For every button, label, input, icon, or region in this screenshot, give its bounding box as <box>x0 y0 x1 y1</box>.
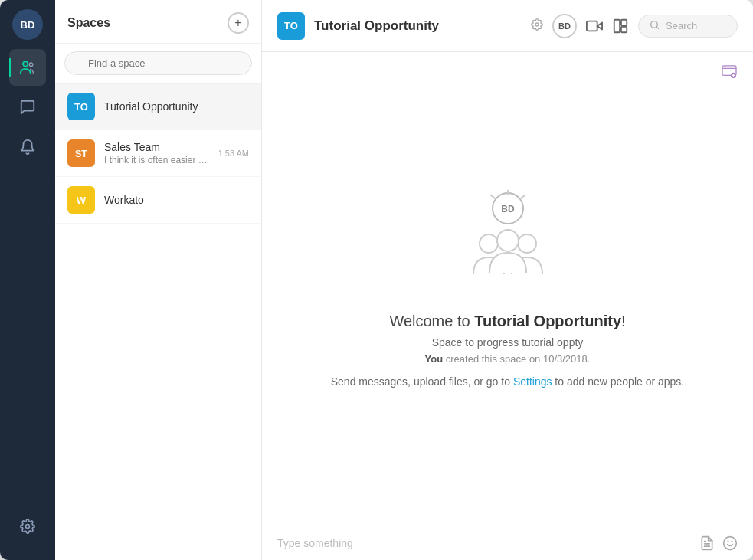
welcome-title: Welcome to Tutorial Opportunity! <box>331 313 685 330</box>
nav-item-notifications[interactable] <box>9 129 46 165</box>
welcome-created: You created this space on 10/3/2018. <box>331 353 685 365</box>
emoji-icon <box>722 535 738 551</box>
message-suffix: to add new people or apps. <box>552 375 684 388</box>
svg-text:BD: BD <box>501 204 515 215</box>
header-space-avatar: TO <box>277 12 305 40</box>
space-avatar-st: ST <box>67 139 95 167</box>
settings-icon <box>20 519 35 534</box>
emoji-button[interactable] <box>722 535 738 551</box>
nav-item-spaces[interactable] <box>9 49 46 86</box>
app-window: BD <box>0 0 753 560</box>
spaces-list: TO Tutorial Opportunity ST Sales Team I … <box>55 84 261 560</box>
nav-item-messages[interactable] <box>9 89 46 126</box>
welcome-message: Send messages, upload files, or go to Se… <box>331 375 685 388</box>
add-space-button[interactable]: + <box>228 12 249 34</box>
attach-file-button[interactable] <box>699 535 715 551</box>
chat-area: BD Welcome to <box>262 52 753 526</box>
main-header: TO Tutorial Opportunity BD <box>262 0 753 52</box>
space-item-tutorial-opportunity[interactable]: TO Tutorial Opportunity <box>55 84 261 130</box>
header-gear-icon[interactable] <box>531 18 543 34</box>
notifications-icon <box>19 139 36 156</box>
space-avatar-to: TO <box>67 93 95 120</box>
space-item-sales-team[interactable]: ST Sales Team I think it is often easier… <box>55 130 261 177</box>
layout-icon <box>612 18 629 34</box>
svg-point-3 <box>535 23 539 26</box>
spaces-header: Spaces + <box>55 0 261 44</box>
search-wrapper: 🔍 <box>64 51 252 75</box>
spaces-title: Spaces <box>67 16 110 30</box>
spaces-icon <box>19 59 36 76</box>
space-preview-st: I think it is often easier to make progr… <box>104 155 209 165</box>
svg-line-16 <box>521 195 525 198</box>
active-indicator <box>9 58 11 77</box>
header-video-button[interactable] <box>586 18 603 34</box>
header-layout-button[interactable] <box>612 18 629 34</box>
spaces-sidebar: Spaces + 🔍 TO Tutorial Opportunity ST Sa <box>55 0 262 560</box>
filter-icon <box>721 64 738 78</box>
message-input-bar <box>262 526 753 560</box>
filter-messages-button[interactable] <box>721 64 738 82</box>
attach-icon <box>699 535 715 551</box>
space-info-w: Workato <box>104 194 249 206</box>
video-icon <box>586 18 603 34</box>
created-suffix: created this space on 10/3/2018. <box>443 353 590 365</box>
main-content: TO Tutorial Opportunity BD <box>262 0 753 560</box>
svg-point-22 <box>724 537 737 550</box>
svg-point-18 <box>518 234 536 253</box>
header-search-icon <box>650 20 660 32</box>
nav-avatar[interactable]: BD <box>12 9 43 40</box>
nav-bar: BD <box>0 0 55 560</box>
messages-icon <box>19 99 36 116</box>
space-info-to: Tutorial Opportunity <box>104 100 249 113</box>
svg-point-17 <box>480 234 498 253</box>
space-info-st: Sales Team I think it is often easier to… <box>104 141 209 165</box>
spaces-search-area: 🔍 <box>55 44 261 84</box>
welcome-subtitle: Space to progress tutorial oppty <box>331 336 685 349</box>
nav-settings-button[interactable] <box>9 508 46 545</box>
header-actions: BD <box>552 14 738 38</box>
space-item-workato[interactable]: W Workato <box>55 177 261 224</box>
svg-rect-6 <box>614 19 620 32</box>
space-name-to: Tutorial Opportunity <box>104 100 249 113</box>
space-name-w: Workato <box>104 194 249 206</box>
welcome-prefix: Welcome to <box>389 313 474 329</box>
svg-line-15 <box>491 195 495 198</box>
svg-rect-8 <box>621 26 627 31</box>
space-avatar-w: W <box>67 186 95 214</box>
message-prefix: Send messages, upload files, or go to <box>331 375 513 388</box>
welcome-text: Welcome to Tutorial Opportunity! Space t… <box>331 313 685 388</box>
find-space-input[interactable] <box>64 51 252 75</box>
header-space-title: Tutorial Opportunity <box>314 18 522 34</box>
welcome-suffix: ! <box>621 313 626 329</box>
space-name-st: Sales Team <box>104 141 209 153</box>
header-search-box[interactable]: Search <box>638 15 738 38</box>
svg-rect-7 <box>621 19 627 25</box>
welcome-space-name: Tutorial Opportunity <box>474 313 621 329</box>
svg-point-19 <box>497 230 519 251</box>
header-search-text: Search <box>666 20 697 31</box>
settings-link[interactable]: Settings <box>513 375 552 388</box>
people-illustration: BD <box>454 190 561 290</box>
svg-point-0 <box>23 61 28 66</box>
you-label: You <box>425 353 444 365</box>
svg-rect-5 <box>587 21 597 31</box>
message-input[interactable] <box>277 537 692 549</box>
svg-marker-4 <box>597 22 602 29</box>
welcome-illustration: BD <box>454 190 561 290</box>
space-time-st: 1:53 AM <box>218 149 249 158</box>
header-user-badge[interactable]: BD <box>552 14 577 38</box>
svg-point-1 <box>29 63 33 67</box>
svg-point-2 <box>26 525 30 529</box>
